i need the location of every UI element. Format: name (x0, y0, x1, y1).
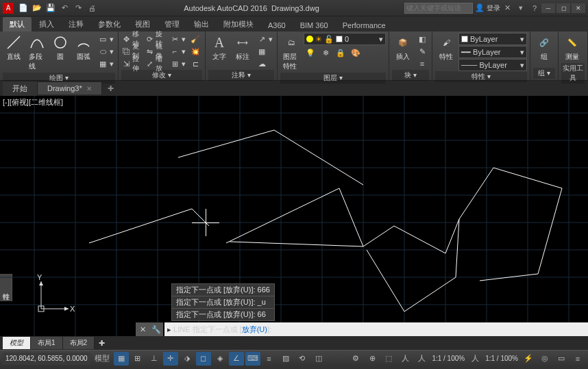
ribbon-tab-performance[interactable]: Performance (336, 19, 393, 31)
panel-title-annotation[interactable]: 注释 ▾ (208, 70, 274, 81)
layout-tab-1[interactable]: 布局1 (31, 337, 63, 349)
cmd-close-icon[interactable]: ✕ (136, 322, 149, 336)
erase-button[interactable]: 🧹 (188, 33, 202, 45)
layer-combo[interactable]: ☀ 🔓 0 ▾ (304, 33, 386, 45)
array-button[interactable]: ⊞▾ (168, 58, 187, 70)
ortho-toggle[interactable]: ⊥ (147, 352, 162, 366)
color-combo[interactable]: ByLayer▾ (458, 33, 527, 45)
stretch-button[interactable]: ⇲拉伸 (121, 58, 143, 70)
snap-toggle[interactable]: ⊞ (130, 352, 145, 366)
properties-palette-tab[interactable]: 特性 (0, 274, 12, 301)
units-button[interactable]: ⬚ (381, 352, 396, 366)
ellipse-button[interactable]: ⬭▾ (96, 45, 115, 58)
ribbon-tab-output[interactable]: 输出 (187, 17, 216, 31)
trim-button[interactable]: ✂▾ (168, 33, 187, 45)
panel-title-group[interactable]: 组 ▾ (533, 68, 555, 79)
edit-attr-button[interactable]: ≡ (415, 58, 429, 70)
scale-label-2[interactable]: 1:1 / 100% (484, 355, 519, 362)
table-button[interactable]: ▦ (255, 45, 274, 58)
panel-title-block[interactable]: 块 ▾ (392, 70, 429, 81)
quickprops-toggle[interactable]: ◫ (311, 352, 326, 366)
new-tab-button[interactable]: ✚ (102, 82, 119, 95)
close-button[interactable]: ✕ (572, 3, 585, 13)
panel-title-layer[interactable]: 图层 ▾ (280, 73, 386, 84)
model-space-button[interactable]: 模型 (92, 352, 112, 366)
linetype-combo[interactable]: ─── ByLayer▾ (458, 59, 527, 71)
qat-redo-icon[interactable]: ↷ (73, 3, 84, 14)
grid-toggle[interactable]: ▦ (114, 352, 129, 366)
layout-tab-model[interactable]: 模型 (3, 337, 31, 349)
layer-match-button[interactable]: 🎨 (349, 47, 363, 59)
explode-button[interactable]: 💥 (188, 45, 202, 58)
infocenter-icon[interactable]: ▾ (515, 3, 526, 14)
insert-block-button[interactable]: 📦插入 (392, 33, 414, 63)
minimize-button[interactable]: ─ (541, 3, 555, 13)
panel-title-properties[interactable]: 特性 ▾ (435, 71, 527, 82)
ribbon-tab-annotate[interactable]: 注释 (62, 17, 90, 31)
arc-button[interactable]: 圆弧 (73, 33, 95, 63)
ribbon-tab-a360[interactable]: A360 (261, 19, 293, 31)
cloud-button[interactable]: ☁ (255, 58, 274, 70)
login-label[interactable]: 登录 (487, 3, 500, 13)
exchange-icon[interactable]: ✕ (502, 3, 513, 14)
command-line[interactable]: ▸ LINE 指定下一点或 [放弃(U)]: (164, 322, 588, 336)
match-props-button[interactable]: 🖌特性 (435, 33, 457, 63)
scale-button[interactable]: ⤢缩放 (145, 58, 167, 70)
close-tab-icon[interactable]: ✕ (86, 85, 92, 92)
ribbon-tab-parametric[interactable]: 参数化 (91, 17, 127, 31)
scale-label-1[interactable]: 1:1 / 100% (430, 355, 466, 362)
ribbon-tab-bim360[interactable]: BIM 360 (293, 19, 335, 31)
rectangle-button[interactable]: ▭▾ (96, 33, 115, 45)
isodraft-toggle[interactable]: ⬗ (180, 352, 195, 366)
ribbon-tab-default[interactable]: 默认 (3, 17, 32, 31)
layer-freeze-button[interactable]: ❄ (319, 47, 332, 59)
app-logo[interactable]: A (3, 3, 14, 14)
qat-print-icon[interactable]: 🖨 (86, 3, 97, 14)
measure-button[interactable]: 📏测量 (561, 33, 583, 63)
drawing-canvas[interactable]: [-][俯视][二维线框] 特性 X Y 指定下一点或 [放弃(U)]: 666… (0, 96, 588, 336)
annoscale-icon[interactable]: 人 (397, 352, 413, 366)
file-tab-drawing[interactable]: Drawing3*✕ (38, 82, 102, 94)
layer-props-button[interactable]: 🗂图层特性 (280, 33, 302, 73)
hardware-accel-toggle[interactable]: ⚡ (521, 352, 536, 366)
text-button[interactable]: A文字 (208, 33, 230, 63)
user-icon[interactable]: 👤 (474, 3, 485, 14)
offset-button[interactable]: ⊏ (188, 58, 202, 70)
transparency-toggle[interactable]: ▨ (278, 352, 293, 366)
help-search-input[interactable] (404, 3, 473, 14)
coordinates-readout[interactable]: 120.8042, 60.5855, 0.0000 (3, 353, 90, 365)
annomonitor-toggle[interactable]: ⊕ (365, 352, 380, 366)
file-tab-start[interactable]: 开始 (3, 81, 38, 96)
ribbon-tab-insert[interactable]: 插入 (32, 17, 61, 31)
qat-undo-icon[interactable]: ↶ (59, 3, 70, 14)
cycling-toggle[interactable]: ⟲ (295, 352, 310, 366)
help-icon[interactable]: ? (529, 3, 540, 14)
qat-open-icon[interactable]: 📂 (32, 3, 42, 14)
isolate-button[interactable]: ◎ (537, 352, 552, 366)
workspace-button[interactable]: ⚙ (348, 352, 363, 366)
viewport-label[interactable]: [-][俯视][二维线框] (3, 97, 63, 107)
3dosnap-toggle[interactable]: ◈ (212, 352, 228, 366)
leader-button[interactable]: ↗▾ (255, 33, 274, 45)
ribbon-tab-addins[interactable]: 附加模块 (217, 17, 260, 31)
layer-off-button[interactable]: 💡 (304, 47, 317, 59)
add-layout-button[interactable]: ✚ (95, 338, 109, 349)
hatch-button[interactable]: ▦▾ (96, 58, 115, 70)
maximize-button[interactable]: ◻ (556, 3, 570, 13)
cleanscreen-button[interactable]: ▭ (554, 352, 569, 366)
circle-button[interactable]: 圆 (49, 33, 71, 63)
line-button[interactable]: 直线 (3, 33, 25, 63)
annovisibility-icon[interactable]: 人 (414, 352, 429, 366)
edit-block-button[interactable]: ✎ (415, 45, 429, 58)
layer-lock-button[interactable]: 🔒 (334, 47, 347, 59)
group-button[interactable]: 🔗组 (533, 33, 555, 63)
panel-title-utilities[interactable]: 实用工具 (561, 63, 585, 84)
osnap-toggle[interactable]: ◻ (196, 352, 211, 366)
qat-save-icon[interactable]: 💾 (45, 3, 56, 14)
otrack-toggle[interactable]: ∠ (229, 352, 244, 366)
lineweight-toggle[interactable]: ≡ (262, 352, 277, 366)
layout-tab-2[interactable]: 布局2 (63, 337, 95, 349)
annoscale2-icon[interactable]: 人 (467, 352, 482, 366)
create-block-button[interactable]: ◧ (415, 33, 429, 45)
polyline-button[interactable]: 多段线 (26, 33, 48, 73)
